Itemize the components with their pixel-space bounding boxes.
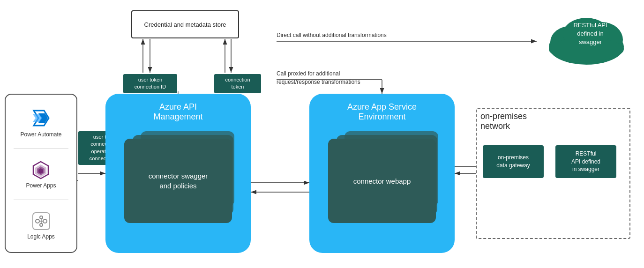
direct-call-label: Direct call without additional transform… <box>277 32 387 38</box>
logic-apps-label: Logic Apps <box>27 233 55 240</box>
svg-point-30 <box>40 223 43 226</box>
svg-point-28 <box>43 219 47 223</box>
restful-api-onprem-box: RESTfulAPI definedin swagger <box>555 145 616 178</box>
ase-card-front: connector webapp <box>328 139 436 223</box>
restful-api-onprem-label: RESTfulAPI definedin swagger <box>571 150 600 173</box>
proxied-call-label: Call proxied for additionalrequest/respo… <box>277 69 360 86</box>
connection-token-box: connectiontoken <box>214 74 261 93</box>
azure-ase-title: Azure App ServiceEnvironment <box>347 102 417 122</box>
svg-point-29 <box>40 216 43 219</box>
cloud-api-label: RESTful APIdefined inswagger <box>556 21 624 47</box>
logic-apps-icon <box>31 211 52 231</box>
direct-call-text: Direct call without additional transform… <box>277 32 387 38</box>
power-apps-label: Power Apps <box>26 182 56 189</box>
client-panel: Power Automate Power Apps <box>5 94 77 253</box>
divider-2 <box>14 200 69 200</box>
onprem-gateway-label: on-premisesdata gateway <box>496 154 530 170</box>
cloud-api-text: RESTful APIdefined inswagger <box>573 22 607 45</box>
apim-card-front: connector swaggerand policies <box>124 139 232 223</box>
credential-box: Credential and metadata store <box>131 10 239 38</box>
ase-card-label: connector webapp <box>353 176 411 186</box>
power-apps-app: Power Apps <box>26 160 56 189</box>
connection-token-label: connectiontoken <box>225 77 250 89</box>
logic-apps-app: Logic Apps <box>27 211 55 240</box>
diagram-container: Power Automate Power Apps <box>0 0 644 268</box>
apim-card-label: connector swaggerand policies <box>149 171 208 191</box>
divider-1 <box>14 149 69 149</box>
azure-ase-box: Azure App ServiceEnvironment connector w… <box>309 94 455 253</box>
onprem-network-label: on-premisesnetwork <box>480 112 527 131</box>
power-automate-icon <box>30 107 52 129</box>
power-automate-label: Power Automate <box>20 131 61 138</box>
user-token-connection-id-box: user tokenconnection ID <box>123 74 177 93</box>
ase-stacked-cards: connector webapp <box>328 131 436 225</box>
user-token-connection-id-label: user tokenconnection ID <box>135 77 166 89</box>
proxied-call-text: Call proxied for additionalrequest/respo… <box>277 70 360 85</box>
azure-apim-box: Azure APIManagement connector swaggerand… <box>105 94 251 253</box>
credential-box-label: Credential and metadata store <box>144 21 226 28</box>
svg-point-27 <box>36 219 39 223</box>
azure-apim-title: Azure APIManagement <box>153 102 202 122</box>
apim-stacked-cards: connector swaggerand policies <box>124 131 232 225</box>
onprem-gateway-box: on-premisesdata gateway <box>483 145 544 178</box>
power-apps-icon <box>30 160 51 180</box>
power-automate-app: Power Automate <box>20 107 61 138</box>
